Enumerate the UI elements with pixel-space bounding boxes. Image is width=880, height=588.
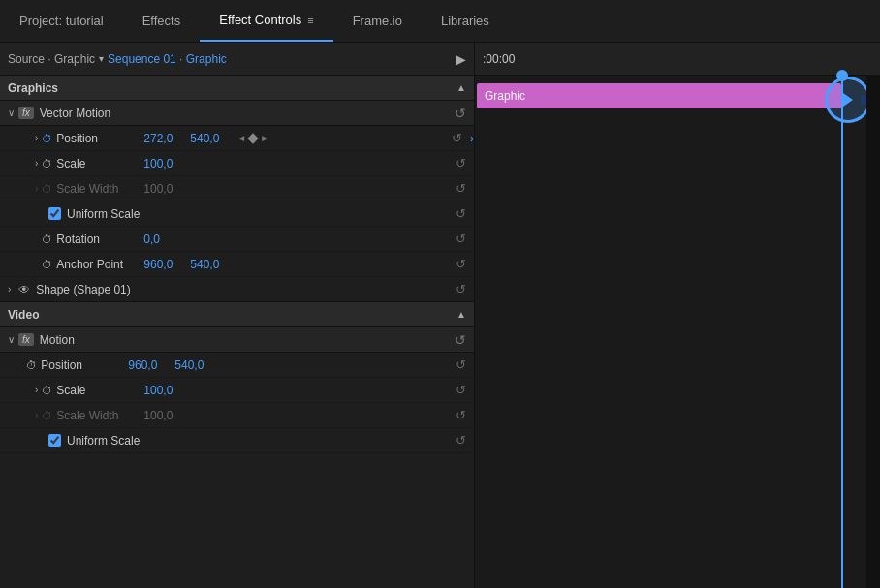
vector-motion-name: Vector Motion [40,107,110,120]
graphics-section-header: Graphics ▲ [0,76,474,101]
shape-name: Shape (Shape 01) [36,283,130,296]
rotation-stopwatch[interactable]: ⏱ [42,233,52,245]
video-section-header: Video ▲ [0,302,474,327]
rotation-value[interactable]: 0,0 [143,232,182,246]
motion-position-y[interactable]: 540,0 [174,358,213,372]
position-reset[interactable]: ↺ [452,131,462,145]
motion-row: ∨ fx Motion ↺ [0,327,474,353]
scale-width-value: 100,0 [143,182,182,196]
nav-next-arrow[interactable]: ► [260,133,269,143]
tab-libraries[interactable]: Libraries [422,0,509,42]
scale-width-label: Scale Width [56,182,143,196]
motion-scale-stopwatch[interactable]: ⏱ [42,385,52,396]
anchor-point-reset[interactable]: ↺ [456,257,466,271]
motion-uniform-scale-checkbox[interactable] [48,434,61,447]
effect-controls-panel: Source · Graphic ▾ Sequence 01 · Graphic… [0,43,475,588]
motion-scale-value[interactable]: 100,0 [143,384,182,397]
scale-width-reset[interactable]: ↺ [456,181,466,196]
uniform-scale-checkbox[interactable] [48,207,61,220]
timeline-track-area[interactable]: Graphic [475,76,880,588]
motion-position-reset[interactable]: ↺ [456,357,466,372]
tab-effects[interactable]: Effects [123,0,201,42]
svg-marker-0 [843,93,853,107]
vector-motion-chevron[interactable]: ∨ [8,108,15,118]
position-chevron[interactable]: › [35,133,38,143]
shape-chevron[interactable]: › [8,284,11,294]
tab-frameio[interactable]: Frame.io [333,0,422,42]
rotation-reset[interactable]: ↺ [456,232,466,246]
source-label: Source · Graphic [8,52,95,66]
motion-scale-width-row: › ⏱ Scale Width 100,0 ↺ [0,403,474,428]
video-label: Video [8,308,39,322]
uniform-scale-row: Uniform Scale ↺ [0,201,474,227]
motion-position-x[interactable]: 960,0 [128,358,167,372]
motion-uniform-scale-label: Uniform Scale [67,434,140,448]
shape-reset[interactable]: ↺ [456,282,466,296]
playhead-marker [836,70,848,81]
graphics-effect-group: ∨ fx Vector Motion ↺ › ⏱ Position 272,0 … [0,101,474,588]
menu-icon[interactable]: ≡ [307,15,313,26]
motion-scale-chevron[interactable]: › [35,385,38,395]
position-y-value[interactable]: 540,0 [190,132,229,145]
scroll-track[interactable] [866,76,880,588]
scale-width-stopwatch: ⏱ [42,183,52,195]
anchor-point-y[interactable]: 540,0 [190,258,229,271]
position-row: › ⏱ Position 272,0 540,0 ◄ ► ↺ › [0,126,474,151]
playhead [841,76,843,588]
motion-position-label: Position [41,358,128,372]
position-expand-arrow[interactable]: › [470,132,474,145]
motion-reset[interactable]: ↺ [455,332,466,348]
motion-name: Motion [40,333,75,347]
motion-uniform-scale-reset[interactable]: ↺ [456,433,466,448]
scale-value[interactable]: 100,0 [143,157,182,170]
nav-diamond[interactable] [248,133,259,143]
motion-scale-label: Scale [56,384,143,397]
rotation-row: › ⏱ Rotation 0,0 ↺ [0,227,474,252]
motion-position-stopwatch[interactable]: ⏱ [26,359,37,371]
dropdown-icon[interactable]: ▾ [99,53,104,64]
tab-effects-label: Effects [142,14,181,28]
scale-reset[interactable]: ↺ [456,156,466,170]
scale-width-row: › ⏱ Scale Width 100,0 ↺ [0,176,474,201]
motion-scale-row: › ⏱ Scale 100,0 ↺ [0,378,474,403]
graphic-clip[interactable]: Graphic [477,83,841,108]
tab-project[interactable]: Project: tutorial [0,0,123,42]
graphics-collapse-button[interactable]: ▲ [456,82,466,93]
scale-width-chevron: › [35,183,38,194]
nav-prev-arrow[interactable]: ◄ [236,133,246,143]
motion-scale-width-reset[interactable]: ↺ [456,408,466,422]
motion-scale-width-label: Scale Width [56,409,143,422]
motion-chevron[interactable]: ∨ [8,334,15,345]
scale-row: › ⏱ Scale 100,0 ↺ [0,151,474,176]
position-label: Position [56,132,143,145]
vector-motion-row: ∨ fx Vector Motion ↺ [0,101,474,126]
anchor-point-x[interactable]: 960,0 [143,258,182,271]
uniform-scale-reset[interactable]: ↺ [456,206,466,221]
vector-motion-reset[interactable]: ↺ [455,106,466,121]
tab-frameio-label: Frame.io [353,14,402,28]
tab-effect-controls[interactable]: Effect Controls ≡ [200,0,332,42]
fx-badge: fx [18,107,34,119]
play-button[interactable]: ▶ [456,51,466,67]
scale-chevron[interactable]: › [35,158,38,169]
tab-effect-controls-label: Effect Controls [219,13,301,27]
timeline-panel: :00:00 Graphic [475,43,880,588]
header-tabs: Project: tutorial Effects Effect Control… [0,0,880,43]
graphics-label: Graphics [8,81,58,95]
scale-stopwatch[interactable]: ⏱ [42,158,52,170]
motion-uniform-scale-row: Uniform Scale ↺ [0,428,474,453]
motion-scale-width-stopwatch: ⏱ [42,410,52,421]
shape-row: › 👁 Shape (Shape 01) ↺ [0,277,474,302]
timeline-header: :00:00 [475,43,880,76]
sequence-link[interactable]: Sequence 01 · Graphic [108,52,227,66]
eye-icon[interactable]: 👁 [18,283,30,296]
motion-scale-reset[interactable]: ↺ [456,383,466,397]
anchor-point-stopwatch[interactable]: ⏱ [42,259,52,270]
motion-position-row: › ⏱ Position 960,0 540,0 ↺ [0,353,474,378]
video-collapse-button[interactable]: ▲ [456,309,466,320]
anchor-point-label: Anchor Point [56,258,143,271]
position-x-value[interactable]: 272,0 [143,132,182,145]
circle-indicator [825,77,871,123]
rotation-label: Rotation [56,232,143,246]
position-stopwatch[interactable]: ⏱ [42,133,52,144]
